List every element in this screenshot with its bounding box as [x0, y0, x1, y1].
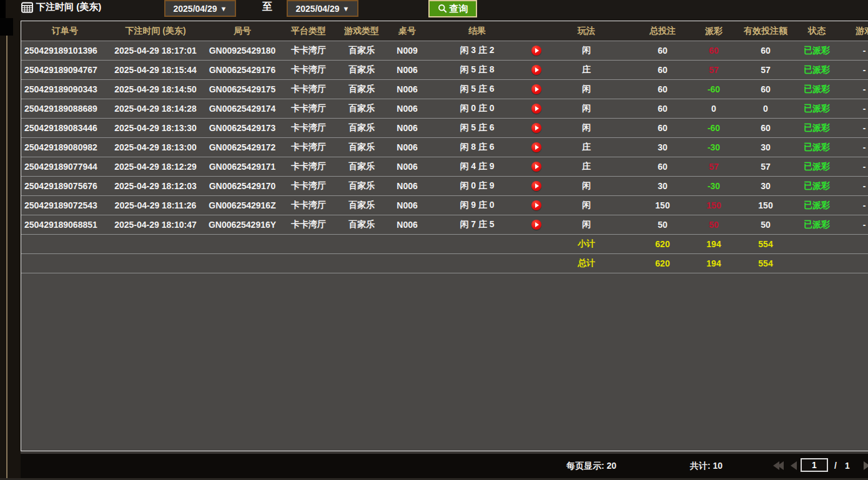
cell-game-type: 百家乐 [335, 41, 388, 61]
date-from-button[interactable]: 2025/04/29 ▼ [164, 0, 236, 17]
subtotal-total-bet: 620 [628, 235, 697, 254]
cell-bet-on: 闲 [545, 177, 628, 196]
play-video-button[interactable] [531, 46, 541, 56]
table-header-row: 订单号 下注时间 (美东) 局号 平台类型 游戏类型 桌号 结果 玩法 总投注 … [21, 21, 868, 41]
cell-video [528, 99, 545, 119]
cell-result: 闲 0 庄 9 [426, 177, 528, 196]
cell-game-tail: - [833, 80, 868, 99]
cell-total-bet: 60 [628, 80, 697, 99]
records-table: 订单号 下注时间 (美东) 局号 平台类型 游戏类型 桌号 结果 玩法 总投注 … [21, 21, 868, 273]
cell-round-number: GN00625429174 [202, 99, 282, 119]
grand-total-row: 总计 620 194 554 [21, 254, 868, 273]
cell-video [528, 138, 545, 157]
grand-total-empty-tail [801, 254, 868, 273]
play-icon [535, 48, 539, 53]
play-video-button[interactable] [531, 84, 541, 94]
cell-payout: -60 [697, 119, 731, 138]
query-button[interactable]: 查询 [428, 0, 477, 17]
grand-total-label: 总计 [545, 254, 628, 273]
cell-order-number: 250429189083446 [21, 119, 109, 138]
cell-bet-on: 庄 [545, 157, 628, 177]
cell-round-number: GN00625429171 [202, 157, 282, 177]
subtotal-empty [21, 235, 545, 254]
cell-payout: 150 [697, 196, 731, 215]
betting-records-page: 下注时间 (美东) 2025/04/29 ▼ 至 2025/04/29 ▼ 查询 [0, 0, 868, 480]
cell-table-number: N006 [388, 138, 426, 157]
cell-total-bet: 60 [628, 119, 697, 138]
subtotal-empty-tail [801, 235, 868, 254]
cell-round-number: GN00625429176 [202, 61, 282, 80]
left-sidebar-strip [0, 0, 21, 480]
cell-result: 闲 5 庄 6 [426, 80, 528, 99]
column-header-round: 局号 [202, 21, 282, 41]
date-to-value: 2025/04/29 [296, 4, 340, 14]
play-video-button[interactable] [531, 200, 541, 210]
date-to-button[interactable]: 2025/04/29 ▼ [287, 0, 358, 17]
table-row: 250429189083446 2025-04-29 18:13:30 GN00… [21, 119, 868, 138]
cell-result: 闲 3 庄 2 [426, 41, 528, 61]
cell-round-number: GN0062542916Y [202, 215, 282, 235]
cell-total-bet: 150 [628, 196, 697, 215]
prev-page-button[interactable] [791, 461, 797, 470]
cell-valid-bet: 150 [731, 196, 801, 215]
cell-status: 已派彩 [801, 177, 833, 196]
play-video-button[interactable] [531, 220, 541, 230]
chevron-down-icon: ▼ [220, 5, 227, 12]
cell-game-type: 百家乐 [335, 119, 388, 138]
cell-status: 已派彩 [801, 61, 833, 80]
cell-platform-type: 卡卡湾厅 [282, 99, 335, 119]
cell-game-tail: - [833, 177, 868, 196]
cell-result: 闲 4 庄 9 [426, 157, 528, 177]
cell-round-number: GN00625429170 [202, 177, 282, 196]
cell-status: 已派彩 [801, 196, 833, 215]
page-number-input[interactable] [801, 458, 828, 472]
cell-payout: 60 [697, 41, 731, 61]
play-video-button[interactable] [531, 162, 541, 172]
play-icon [535, 106, 539, 111]
table-row: 250429189094767 2025-04-29 18:15:44 GN00… [21, 61, 868, 80]
play-icon [535, 164, 539, 169]
column-header-platform: 平台类型 [282, 21, 335, 41]
cell-payout: -30 [697, 177, 731, 196]
cell-table-number: N006 [388, 215, 426, 235]
cell-payout: 50 [697, 215, 731, 235]
table-row: 250429189088689 2025-04-29 18:14:28 GN00… [21, 99, 868, 119]
cell-status: 已派彩 [801, 157, 833, 177]
pagination-footer: 每页显示: 20 共计: 10 / 1 [21, 454, 868, 478]
cell-result: 闲 8 庄 6 [426, 138, 528, 157]
cell-order-number: 250429189072543 [21, 196, 109, 215]
column-header-table-no: 桌号 [388, 21, 426, 41]
play-video-button[interactable] [531, 123, 541, 133]
play-video-button[interactable] [531, 65, 541, 75]
play-icon [535, 125, 539, 130]
cell-platform-type: 卡卡湾厅 [282, 119, 335, 138]
left-arrow-icon [791, 461, 797, 470]
cell-total-bet: 60 [628, 41, 697, 61]
subtotal-payout: 194 [697, 235, 731, 254]
grand-total-empty [21, 254, 545, 273]
cell-game-tail: - [833, 119, 868, 138]
page-total-label: 1 [845, 461, 850, 471]
cell-bet-time: 2025-04-29 18:10:47 [109, 215, 202, 235]
cell-bet-on: 庄 [545, 61, 628, 80]
cell-game-type: 百家乐 [335, 138, 388, 157]
cell-payout: 57 [697, 157, 731, 177]
cell-game-type: 百家乐 [335, 61, 388, 80]
cell-table-number: N006 [388, 80, 426, 99]
first-page-button[interactable] [773, 461, 784, 470]
play-video-button[interactable] [531, 142, 541, 152]
cell-bet-on: 闲 [545, 41, 628, 61]
table-row: 250429189080982 2025-04-29 18:13:00 GN00… [21, 138, 868, 157]
cell-table-number: N006 [388, 99, 426, 119]
next-page-button[interactable] [864, 461, 868, 470]
cell-bet-time: 2025-04-29 18:14:50 [109, 80, 202, 99]
column-header-order: 订单号 [21, 21, 109, 41]
table-body: 250429189101396 2025-04-29 18:17:01 GN00… [21, 41, 868, 235]
play-video-button[interactable] [531, 181, 541, 191]
cell-valid-bet: 50 [731, 215, 801, 235]
cell-valid-bet: 30 [731, 177, 801, 196]
cell-order-number: 250429189080982 [21, 138, 109, 157]
cell-valid-bet: 60 [731, 119, 801, 138]
play-video-button[interactable] [531, 104, 541, 114]
cell-status: 已派彩 [801, 99, 833, 119]
